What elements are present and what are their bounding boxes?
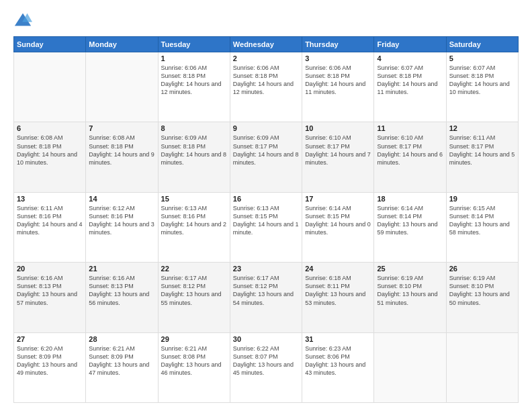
calendar-cell: 13Sunrise: 6:11 AM Sunset: 8:16 PM Dayli… bbox=[14, 192, 86, 262]
calendar-header-monday: Monday bbox=[86, 37, 158, 52]
calendar-cell: 28Sunrise: 6:21 AM Sunset: 8:09 PM Dayli… bbox=[86, 332, 158, 402]
day-info: Sunrise: 6:21 AM Sunset: 8:08 PM Dayligh… bbox=[161, 345, 227, 377]
calendar-cell: 11Sunrise: 6:10 AM Sunset: 8:17 PM Dayli… bbox=[374, 122, 446, 192]
calendar-header-wednesday: Wednesday bbox=[230, 37, 302, 52]
day-info: Sunrise: 6:14 AM Sunset: 8:14 PM Dayligh… bbox=[377, 204, 443, 237]
calendar-cell: 23Sunrise: 6:17 AM Sunset: 8:12 PM Dayli… bbox=[230, 263, 302, 332]
day-info: Sunrise: 6:19 AM Sunset: 8:10 PM Dayligh… bbox=[449, 274, 515, 307]
day-number: 6 bbox=[17, 124, 83, 132]
day-number: 25 bbox=[377, 265, 443, 273]
day-info: Sunrise: 6:06 AM Sunset: 8:18 PM Dayligh… bbox=[161, 64, 227, 97]
day-number: 4 bbox=[377, 54, 443, 62]
calendar-cell: 20Sunrise: 6:16 AM Sunset: 8:13 PM Dayli… bbox=[14, 263, 86, 332]
day-info: Sunrise: 6:09 AM Sunset: 8:18 PM Dayligh… bbox=[161, 134, 227, 167]
calendar-cell: 27Sunrise: 6:20 AM Sunset: 8:09 PM Dayli… bbox=[14, 332, 86, 402]
day-info: Sunrise: 6:21 AM Sunset: 8:09 PM Dayligh… bbox=[89, 345, 154, 377]
day-info: Sunrise: 6:07 AM Sunset: 8:18 PM Dayligh… bbox=[377, 64, 443, 97]
calendar-cell: 21Sunrise: 6:16 AM Sunset: 8:13 PM Dayli… bbox=[86, 263, 158, 332]
header bbox=[13, 11, 519, 30]
day-info: Sunrise: 6:12 AM Sunset: 8:16 PM Dayligh… bbox=[89, 204, 154, 237]
calendar-table: SundayMondayTuesdayWednesdayThursdayFrid… bbox=[13, 36, 519, 403]
calendar-cell bbox=[86, 52, 158, 122]
calendar-header-row: SundayMondayTuesdayWednesdayThursdayFrid… bbox=[14, 37, 519, 52]
day-number: 9 bbox=[233, 124, 299, 132]
calendar-cell: 16Sunrise: 6:13 AM Sunset: 8:15 PM Dayli… bbox=[230, 192, 302, 262]
calendar-cell: 8Sunrise: 6:09 AM Sunset: 8:18 PM Daylig… bbox=[158, 122, 230, 192]
day-number: 18 bbox=[377, 195, 443, 203]
day-info: Sunrise: 6:22 AM Sunset: 8:07 PM Dayligh… bbox=[233, 345, 299, 377]
day-number: 8 bbox=[161, 124, 227, 132]
page: SundayMondayTuesdayWednesdayThursdayFrid… bbox=[0, 0, 532, 411]
calendar-cell: 4Sunrise: 6:07 AM Sunset: 8:18 PM Daylig… bbox=[374, 52, 446, 122]
day-info: Sunrise: 6:11 AM Sunset: 8:16 PM Dayligh… bbox=[17, 204, 83, 237]
day-info: Sunrise: 6:13 AM Sunset: 8:15 PM Dayligh… bbox=[233, 204, 299, 237]
calendar-header-saturday: Saturday bbox=[446, 37, 518, 52]
calendar-cell: 3Sunrise: 6:06 AM Sunset: 8:18 PM Daylig… bbox=[302, 52, 374, 122]
calendar-header-tuesday: Tuesday bbox=[158, 37, 230, 52]
day-info: Sunrise: 6:19 AM Sunset: 8:10 PM Dayligh… bbox=[377, 274, 443, 307]
day-info: Sunrise: 6:06 AM Sunset: 8:18 PM Dayligh… bbox=[305, 64, 371, 97]
day-number: 30 bbox=[233, 335, 299, 343]
day-number: 10 bbox=[305, 124, 371, 132]
day-number: 29 bbox=[161, 335, 227, 343]
calendar-header-sunday: Sunday bbox=[14, 37, 86, 52]
calendar-cell: 25Sunrise: 6:19 AM Sunset: 8:10 PM Dayli… bbox=[374, 263, 446, 332]
day-number: 22 bbox=[161, 265, 227, 273]
day-number: 5 bbox=[449, 54, 515, 62]
day-info: Sunrise: 6:18 AM Sunset: 8:11 PM Dayligh… bbox=[305, 274, 371, 307]
calendar-cell: 7Sunrise: 6:08 AM Sunset: 8:18 PM Daylig… bbox=[86, 122, 158, 192]
day-number: 21 bbox=[89, 265, 154, 273]
calendar-cell: 15Sunrise: 6:13 AM Sunset: 8:16 PM Dayli… bbox=[158, 192, 230, 262]
logo bbox=[13, 11, 35, 30]
day-number: 13 bbox=[17, 195, 83, 203]
day-info: Sunrise: 6:11 AM Sunset: 8:17 PM Dayligh… bbox=[449, 134, 515, 167]
day-info: Sunrise: 6:23 AM Sunset: 8:06 PM Dayligh… bbox=[305, 345, 371, 377]
calendar-cell: 26Sunrise: 6:19 AM Sunset: 8:10 PM Dayli… bbox=[446, 263, 518, 332]
day-number: 31 bbox=[305, 335, 371, 343]
day-number: 12 bbox=[449, 124, 515, 132]
calendar-cell: 9Sunrise: 6:09 AM Sunset: 8:17 PM Daylig… bbox=[230, 122, 302, 192]
calendar-week-row: 20Sunrise: 6:16 AM Sunset: 8:13 PM Dayli… bbox=[14, 263, 519, 332]
calendar-cell: 30Sunrise: 6:22 AM Sunset: 8:07 PM Dayli… bbox=[230, 332, 302, 402]
day-info: Sunrise: 6:07 AM Sunset: 8:18 PM Dayligh… bbox=[449, 64, 515, 97]
calendar-cell bbox=[374, 332, 446, 402]
calendar-week-row: 13Sunrise: 6:11 AM Sunset: 8:16 PM Dayli… bbox=[14, 192, 519, 262]
calendar-week-row: 1Sunrise: 6:06 AM Sunset: 8:18 PM Daylig… bbox=[14, 52, 519, 122]
calendar-cell: 6Sunrise: 6:08 AM Sunset: 8:18 PM Daylig… bbox=[14, 122, 86, 192]
logo-icon bbox=[13, 11, 32, 30]
day-info: Sunrise: 6:17 AM Sunset: 8:12 PM Dayligh… bbox=[161, 274, 227, 307]
calendar-cell: 1Sunrise: 6:06 AM Sunset: 8:18 PM Daylig… bbox=[158, 52, 230, 122]
calendar-cell: 19Sunrise: 6:15 AM Sunset: 8:14 PM Dayli… bbox=[446, 192, 518, 262]
day-info: Sunrise: 6:06 AM Sunset: 8:18 PM Dayligh… bbox=[233, 64, 299, 97]
calendar-cell: 17Sunrise: 6:14 AM Sunset: 8:15 PM Dayli… bbox=[302, 192, 374, 262]
day-number: 14 bbox=[89, 195, 154, 203]
calendar-cell bbox=[14, 52, 86, 122]
day-info: Sunrise: 6:13 AM Sunset: 8:16 PM Dayligh… bbox=[161, 204, 227, 237]
day-info: Sunrise: 6:14 AM Sunset: 8:15 PM Dayligh… bbox=[305, 204, 371, 237]
calendar-cell: 24Sunrise: 6:18 AM Sunset: 8:11 PM Dayli… bbox=[302, 263, 374, 332]
day-number: 26 bbox=[449, 265, 515, 273]
calendar-week-row: 6Sunrise: 6:08 AM Sunset: 8:18 PM Daylig… bbox=[14, 122, 519, 192]
day-info: Sunrise: 6:20 AM Sunset: 8:09 PM Dayligh… bbox=[17, 345, 83, 377]
calendar-cell: 12Sunrise: 6:11 AM Sunset: 8:17 PM Dayli… bbox=[446, 122, 518, 192]
day-info: Sunrise: 6:10 AM Sunset: 8:17 PM Dayligh… bbox=[305, 134, 371, 167]
calendar-cell: 22Sunrise: 6:17 AM Sunset: 8:12 PM Dayli… bbox=[158, 263, 230, 332]
day-number: 24 bbox=[305, 265, 371, 273]
calendar-cell: 2Sunrise: 6:06 AM Sunset: 8:18 PM Daylig… bbox=[230, 52, 302, 122]
day-number: 2 bbox=[233, 54, 299, 62]
calendar-cell bbox=[446, 332, 518, 402]
day-number: 20 bbox=[17, 265, 83, 273]
day-number: 3 bbox=[305, 54, 371, 62]
calendar-header-thursday: Thursday bbox=[302, 37, 374, 52]
day-number: 1 bbox=[161, 54, 227, 62]
calendar-week-row: 27Sunrise: 6:20 AM Sunset: 8:09 PM Dayli… bbox=[14, 332, 519, 402]
day-info: Sunrise: 6:15 AM Sunset: 8:14 PM Dayligh… bbox=[449, 204, 515, 237]
calendar-cell: 29Sunrise: 6:21 AM Sunset: 8:08 PM Dayli… bbox=[158, 332, 230, 402]
day-number: 23 bbox=[233, 265, 299, 273]
day-number: 19 bbox=[449, 195, 515, 203]
day-info: Sunrise: 6:08 AM Sunset: 8:18 PM Dayligh… bbox=[17, 134, 83, 167]
day-info: Sunrise: 6:16 AM Sunset: 8:13 PM Dayligh… bbox=[17, 274, 83, 307]
calendar-cell: 10Sunrise: 6:10 AM Sunset: 8:17 PM Dayli… bbox=[302, 122, 374, 192]
day-number: 28 bbox=[89, 335, 154, 343]
calendar-cell: 18Sunrise: 6:14 AM Sunset: 8:14 PM Dayli… bbox=[374, 192, 446, 262]
